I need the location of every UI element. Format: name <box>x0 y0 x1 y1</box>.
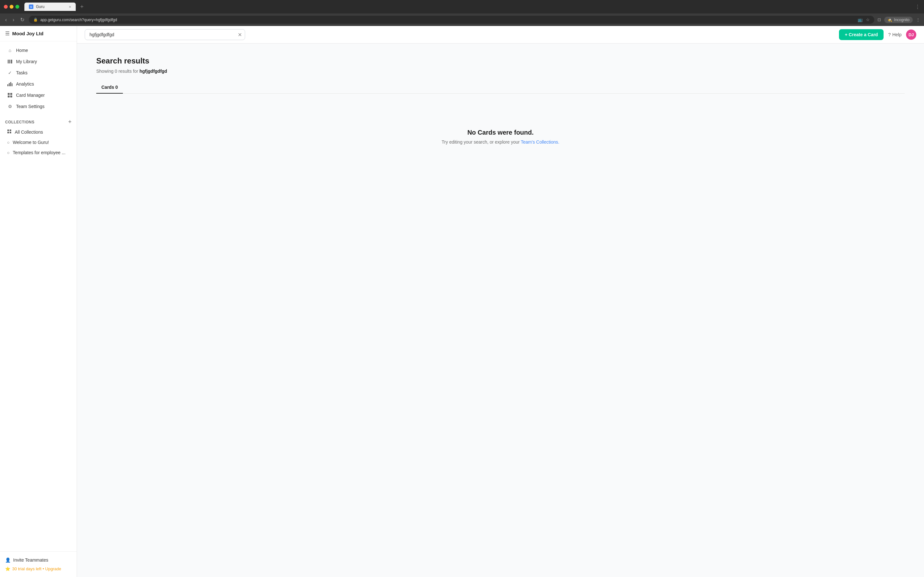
add-collection-button[interactable]: + <box>68 119 71 125</box>
svg-rect-14 <box>10 132 11 133</box>
invite-icon: 👤 <box>5 558 11 562</box>
svg-rect-10 <box>10 95 12 97</box>
avatar[interactable]: DJ <box>906 29 916 40</box>
sidebar-item-team-settings-label: Team Settings <box>16 104 45 109</box>
content-area: Search results Showing 0 results for hgf… <box>77 44 924 577</box>
extensions-icon[interactable]: ⊡ <box>877 17 881 22</box>
forward-button[interactable]: › <box>11 16 15 24</box>
browser-addressbar: ‹ › ↻ 🔒 app.getguru.com/search?query=hgf… <box>0 13 924 26</box>
lock-icon: 🔒 <box>33 18 38 22</box>
app-container: ☰ Mood Joy Ltd ⌂ Home My Library ✓ Tasks <box>0 26 924 577</box>
svg-rect-12 <box>10 129 11 131</box>
header-right: + Create a Card ? Help DJ <box>839 29 916 40</box>
sidebar-nav: ⌂ Home My Library ✓ Tasks Analytics <box>0 41 77 115</box>
address-icons: 📺 ☆ <box>858 17 870 22</box>
brand-name: Mood Joy Ltd <box>12 31 44 36</box>
tab-close-icon[interactable]: ✕ <box>69 5 71 9</box>
svg-rect-8 <box>10 93 12 95</box>
invite-label: Invite Teammates <box>13 558 48 562</box>
address-text: app.getguru.com/search?query=hgfjgdfgdfg… <box>40 18 855 22</box>
svg-rect-7 <box>8 93 10 95</box>
sidebar: ☰ Mood Joy Ltd ⌂ Home My Library ✓ Tasks <box>0 26 77 577</box>
tab-more-icon[interactable]: ⋮ <box>915 4 920 10</box>
browser-titlebar: G Guru ✕ + ⋮ <box>0 0 924 13</box>
address-bar[interactable]: 🔒 app.getguru.com/search?query=hgfjgdfgd… <box>29 16 875 24</box>
sidebar-footer: 👤 Invite Teammates ⭐ 30 trial days left … <box>0 551 77 577</box>
search-subtitle: Showing 0 results for hgfjgdfgdfgd <box>96 69 905 74</box>
browser-menu-icon[interactable]: ⋮ <box>916 17 920 22</box>
cast-icon: 📺 <box>858 17 863 22</box>
analytics-icon <box>7 81 13 87</box>
maximize-button[interactable] <box>15 5 19 9</box>
tab-bar: G Guru ✕ + <box>24 3 913 11</box>
sidebar-item-card-manager[interactable]: Card Manager <box>2 90 75 101</box>
create-card-button[interactable]: + Create a Card <box>839 29 884 40</box>
sidebar-item-analytics[interactable]: Analytics <box>2 79 75 89</box>
search-bar: ✕ <box>85 29 245 40</box>
empty-title: No Cards were found. <box>467 129 534 136</box>
refresh-button[interactable]: ↻ <box>19 15 26 24</box>
empty-subtitle: Try editing your search, or explore your… <box>442 139 559 145</box>
back-button[interactable]: ‹ <box>4 16 8 24</box>
incognito-button[interactable]: 🕵 Incognito <box>884 17 913 23</box>
search-input[interactable] <box>85 29 245 40</box>
svg-rect-2 <box>11 60 12 63</box>
help-button[interactable]: ? Help <box>888 32 901 37</box>
tasks-icon: ✓ <box>7 70 13 76</box>
search-clear-button[interactable]: ✕ <box>238 32 242 38</box>
tab-favicon: G <box>29 5 33 9</box>
empty-state: No Cards were found. Try editing your se… <box>96 103 905 170</box>
new-tab-button[interactable]: + <box>78 3 86 11</box>
page-title: Search results <box>96 56 905 65</box>
svg-rect-1 <box>9 60 10 63</box>
tab-cards[interactable]: Cards 0 <box>96 81 123 93</box>
svg-rect-5 <box>10 82 11 86</box>
all-collections-label: All Collections <box>15 129 43 135</box>
create-card-label: + Create a Card <box>845 32 878 37</box>
svg-rect-11 <box>7 129 9 131</box>
collection-welcome[interactable]: ○ Welcome to Guru! <box>2 137 75 147</box>
sidebar-item-tasks[interactable]: ✓ Tasks <box>2 67 75 78</box>
active-tab[interactable]: G Guru ✕ <box>24 3 76 11</box>
browser-right-controls: ⊡ 🕵 Incognito ⋮ <box>877 17 920 23</box>
tabs-bar: Cards 0 <box>96 81 905 93</box>
invite-teammates-button[interactable]: 👤 Invite Teammates <box>5 556 71 564</box>
svg-rect-9 <box>8 95 10 97</box>
library-icon <box>7 59 13 64</box>
star-icon: ⭐ <box>5 566 10 571</box>
empty-subtitle-prefix: Try editing your search, or explore your <box>442 139 521 145</box>
browser-chrome: G Guru ✕ + ⋮ ‹ › ↻ 🔒 app.getguru.com/sea… <box>0 0 924 26</box>
subtitle-prefix: Showing 0 results for <box>96 69 140 74</box>
sidebar-header: ☰ Mood Joy Ltd <box>0 26 77 41</box>
search-query-bold: hgfjgdfgdfgd <box>140 69 167 74</box>
help-label: Help <box>892 32 901 37</box>
bookmark-icon[interactable]: ☆ <box>866 17 870 22</box>
close-button[interactable] <box>4 5 8 9</box>
collection-templates[interactable]: ○ Templates for employee ... <box>2 148 75 157</box>
welcome-collection-label: Welcome to Guru! <box>13 140 49 145</box>
svg-rect-4 <box>9 83 10 86</box>
collections-section: Collections + <box>0 115 77 127</box>
minimize-button[interactable] <box>10 5 13 9</box>
collection-all[interactable]: All Collections <box>2 127 75 137</box>
svg-rect-6 <box>12 83 13 86</box>
help-icon: ? <box>888 32 891 37</box>
home-icon: ⌂ <box>7 47 13 53</box>
traffic-lights <box>4 5 19 9</box>
teams-collections-link[interactable]: Team's Collections. <box>521 139 559 145</box>
sidebar-item-team-settings[interactable]: ⚙ Team Settings <box>2 101 75 112</box>
svg-rect-13 <box>7 132 9 133</box>
sidebar-item-home[interactable]: ⌂ Home <box>2 45 75 56</box>
sidebar-item-my-library-label: My Library <box>16 59 37 64</box>
svg-rect-3 <box>7 84 8 86</box>
hamburger-icon[interactable]: ☰ <box>5 31 10 37</box>
tab-cards-label: Cards 0 <box>102 85 118 90</box>
trial-badge[interactable]: ⭐ 30 trial days left • Upgrade <box>5 564 71 573</box>
app-header: ✕ + Create a Card ? Help DJ <box>77 26 924 44</box>
app-main: ✕ + Create a Card ? Help DJ Search resul… <box>77 26 924 577</box>
sidebar-item-my-library[interactable]: My Library <box>2 56 75 67</box>
trial-label: 30 trial days left • Upgrade <box>12 566 61 571</box>
templates-collection-icon: ○ <box>7 150 10 155</box>
templates-collection-label: Templates for employee ... <box>13 150 65 155</box>
incognito-icon: 🕵 <box>887 18 892 22</box>
